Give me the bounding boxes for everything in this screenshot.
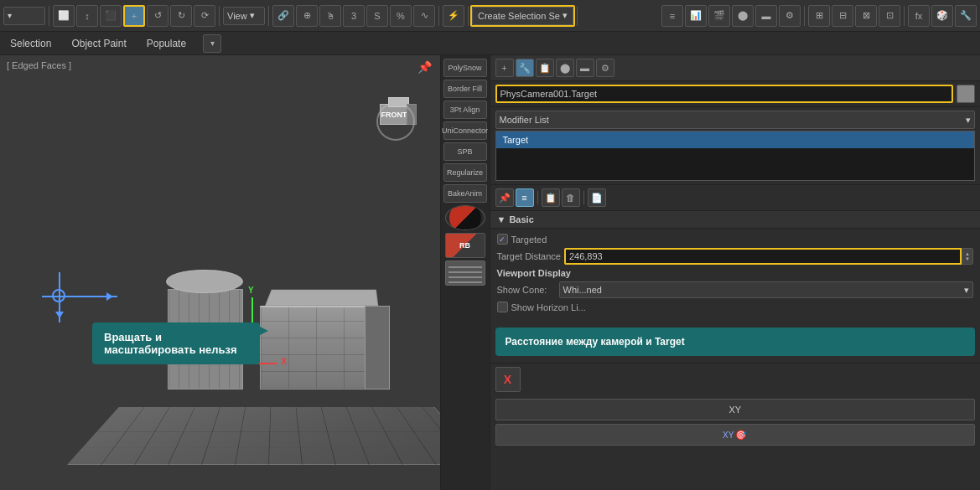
select-tool-btn[interactable]: ⬜: [53, 5, 75, 27]
grid4-btn[interactable]: ⊡: [879, 5, 900, 27]
spb-btn[interactable]: SPB: [443, 142, 487, 161]
modifier-toolbar: 📌 ≡ 📋 🗑 📄: [490, 184, 981, 211]
polysnow-btn[interactable]: PolySnow: [443, 59, 487, 77]
modifier-list-label: Modifier List: [500, 115, 549, 125]
mirror-btn[interactable]: ⟳: [194, 5, 215, 27]
tools-btn[interactable]: 🔧: [955, 5, 977, 27]
graph-btn[interactable]: 📊: [685, 5, 707, 27]
grid-btn[interactable]: ⊞: [808, 5, 830, 27]
object-paint-menu[interactable]: Object Paint: [68, 36, 129, 51]
modifier-list-dropdown[interactable]: Modifier List ▾: [495, 111, 976, 129]
cursor-btn[interactable]: 🖱: [319, 5, 341, 27]
second-toolbar: Selection Object Paint Populate ▾: [0, 32, 980, 55]
rb-btn[interactable]: RB: [445, 233, 485, 258]
mod-delete-btn[interactable]: 🗑: [562, 188, 580, 207]
grid2-btn[interactable]: ⊟: [832, 5, 853, 27]
modifier-target-item[interactable]: Target: [496, 132, 975, 148]
show-horizon-checkbox[interactable]: [497, 302, 508, 312]
target-distance-row: Target Distance ▲ ▼: [497, 248, 974, 265]
panel-add-btn[interactable]: +: [495, 59, 514, 77]
box-side: [365, 306, 390, 389]
3pt-align-btn[interactable]: 3Pt Align: [443, 101, 487, 119]
x-close-btn[interactable]: X: [495, 367, 521, 392]
xy-icon-btn[interactable]: XY 🎯: [495, 424, 976, 446]
props-panel: + 🔧 📋 ⬤ ▬ ⚙ Modifier List ▾ Target 📌 ≡: [490, 55, 981, 490]
camera-name-row: [490, 81, 981, 107]
panel-display-btn[interactable]: ⬤: [556, 59, 574, 77]
layers-btn[interactable]: ≡: [661, 5, 683, 27]
spinner-down[interactable]: ▼: [965, 256, 970, 261]
x-close-label: X: [504, 373, 511, 386]
xy-btn[interactable]: XY: [495, 399, 976, 420]
select2-btn[interactable]: ⊕: [296, 5, 318, 27]
num-btn[interactable]: 3: [343, 5, 365, 27]
modifier-list-row: Modifier List ▾ Target: [490, 107, 981, 184]
selection-menu[interactable]: Selection: [7, 36, 54, 51]
show-cone-dropdown[interactable]: Whi...ned ▾: [559, 281, 974, 298]
create-selection-arrow: ▾: [563, 10, 568, 21]
bottom-right: X XY XY 🎯: [490, 363, 981, 449]
panel-motion-btn[interactable]: ▬: [576, 59, 594, 77]
circle-icon-btn[interactable]: [445, 205, 485, 230]
view-cube[interactable]: FRONT: [373, 97, 423, 147]
target-distance-label: Target Distance: [497, 251, 561, 261]
target-distance-spinner[interactable]: ▲ ▼: [962, 248, 973, 265]
separator-1: [49, 6, 49, 26]
basic-section-label: Basic: [509, 214, 533, 224]
mod-modifier-btn[interactable]: ≡: [516, 188, 534, 207]
camera-name-input[interactable]: [495, 85, 954, 103]
redo-btn[interactable]: ↻: [170, 5, 192, 27]
targeted-checkbox[interactable]: [497, 234, 508, 245]
regularize-btn[interactable]: Regularize: [443, 163, 487, 182]
panel-modify-btn[interactable]: 🔧: [516, 59, 534, 77]
modifier-list-arrow: ▾: [966, 115, 971, 126]
show-horizon-row: Show Horizon Li...: [497, 302, 974, 312]
uniconnector-btn[interactable]: UniConnector: [443, 121, 487, 140]
create-icon: +: [132, 11, 137, 21]
basic-collapse-arrow: ▼: [497, 214, 506, 224]
region-select-btn[interactable]: ⬛: [100, 5, 122, 27]
bind-btn[interactable]: 🔗: [272, 5, 294, 27]
color-swatch[interactable]: [957, 85, 975, 103]
border-fill-btn[interactable]: Border Fill: [443, 80, 487, 98]
mod-pin-btn[interactable]: 📌: [495, 188, 514, 207]
populate-menu[interactable]: Populate: [143, 36, 189, 51]
render-btn[interactable]: ▬: [755, 5, 777, 27]
view-label: View: [227, 11, 247, 21]
xy-icon: 🎯: [735, 430, 747, 441]
fx-btn[interactable]: fx: [908, 5, 930, 27]
cube-btn[interactable]: 🎲: [931, 5, 953, 27]
view-arrow: ▾: [250, 10, 255, 21]
mod-copy-btn[interactable]: 📋: [542, 188, 560, 207]
snap-btn[interactable]: ⚡: [443, 5, 464, 27]
mod-divider-1: [537, 191, 538, 204]
box-shape: [260, 306, 369, 389]
material-btn[interactable]: ⬤: [732, 5, 754, 27]
menu-extra-btn[interactable]: ▾: [203, 34, 221, 53]
pin-icon[interactable]: 📌: [417, 60, 432, 74]
scene-btn[interactable]: 🎬: [708, 5, 730, 27]
create-btn[interactable]: +: [123, 5, 145, 27]
mod-paste-btn[interactable]: 📄: [588, 188, 606, 207]
cube-side-face: [407, 104, 417, 125]
magnet-btn[interactable]: ∿: [413, 5, 435, 27]
panel-hierarchy-btn[interactable]: 📋: [536, 59, 554, 77]
percent-btn[interactable]: %: [390, 5, 412, 27]
viewport[interactable]: [ Edged Faces ] 📌: [0, 55, 440, 490]
basic-section-header[interactable]: ▼ Basic: [490, 211, 981, 229]
create-selection-btn[interactable]: Create Selection Se ▾: [472, 7, 573, 25]
target-distance-input[interactable]: [564, 248, 962, 265]
xy-icon-label: XY: [723, 431, 734, 440]
sep-r1: [804, 6, 805, 26]
curve-btn[interactable]: S: [366, 5, 388, 27]
panel-utils-btn[interactable]: ⚙: [596, 59, 614, 77]
bakeanim-btn[interactable]: BakeAnim: [443, 184, 487, 203]
viewport-display-label: Viewport Display: [497, 268, 974, 278]
app-dropdown[interactable]: ▾: [3, 7, 45, 25]
settings-btn[interactable]: ⚙: [779, 5, 801, 27]
view-dropdown[interactable]: View ▾: [223, 7, 265, 25]
move-tool-btn[interactable]: ↕: [76, 5, 98, 27]
undo-btn[interactable]: ↺: [147, 5, 169, 27]
grid-texture-btn[interactable]: [445, 260, 485, 286]
grid3-btn[interactable]: ⊠: [855, 5, 877, 27]
